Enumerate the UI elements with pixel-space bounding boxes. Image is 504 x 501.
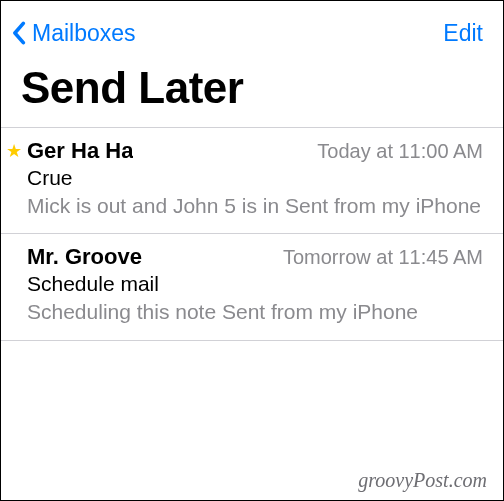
edit-button[interactable]: Edit [443,20,483,47]
sender-name: Ger Ha Ha [27,138,133,164]
navbar: Mailboxes Edit [1,1,503,53]
back-label: Mailboxes [32,20,136,47]
message-row[interactable]: ★ Ger Ha Ha Today at 11:00 AM Crue Mick … [1,128,503,234]
chevron-left-icon [9,19,28,47]
message-list: ★ Ger Ha Ha Today at 11:00 AM Crue Mick … [1,127,503,341]
message-row[interactable]: Mr. Groove Tomorrow at 11:45 AM Schedule… [1,234,503,340]
row-gutter: ★ [1,138,27,219]
row-content: Mr. Groove Tomorrow at 11:45 AM Schedule… [27,244,483,325]
row-gutter [1,244,27,325]
star-icon: ★ [6,142,22,219]
page-title: Send Later [1,53,503,127]
scheduled-time: Tomorrow at 11:45 AM [283,246,483,269]
row-content: Ger Ha Ha Today at 11:00 AM Crue Mick is… [27,138,483,219]
preview-text: Scheduling this note Sent from my iPhone [27,298,483,325]
sender-name: Mr. Groove [27,244,142,270]
subject: Crue [27,166,483,190]
subject: Schedule mail [27,272,483,296]
back-button[interactable]: Mailboxes [9,19,136,47]
watermark: groovyPost.com [358,469,487,492]
scheduled-time: Today at 11:00 AM [317,140,483,163]
preview-text: Mick is out and John 5 is in Sent from m… [27,192,483,219]
